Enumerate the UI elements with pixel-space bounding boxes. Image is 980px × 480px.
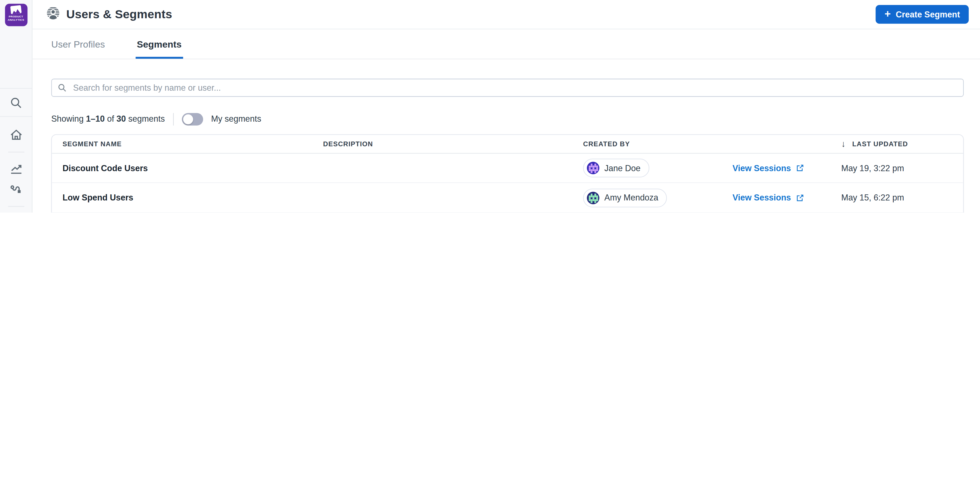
divider xyxy=(173,113,173,125)
user-journey-icon xyxy=(9,182,23,196)
segment-name: Low Spend Users xyxy=(52,193,323,203)
table-header-row: SEGMENT NAMEDESCRIPTIONCREATED BY↓LAST U… xyxy=(52,135,963,154)
main-area: Users & Segments + Create Segment User P… xyxy=(32,0,980,212)
view-sessions-link[interactable]: View Sessions xyxy=(732,193,791,203)
page-header: Users & Segments + Create Segment xyxy=(32,0,980,30)
sidebar-divider xyxy=(0,116,32,117)
sidebar-item-home[interactable] xyxy=(0,128,32,142)
column-header-label: LAST UPDATED xyxy=(852,140,908,148)
segment-name: Discount Code Users xyxy=(52,163,323,173)
my-segments-label: My segments xyxy=(211,114,261,124)
column-header-last-updated[interactable]: ↓LAST UPDATED xyxy=(836,139,963,148)
logo-dog-icon xyxy=(10,5,22,14)
column-header: CREATED BY xyxy=(579,140,733,148)
last-updated: May 15, 6:22 pm xyxy=(836,193,963,203)
search-input[interactable] xyxy=(51,79,964,97)
column-header: DESCRIPTION xyxy=(323,140,579,148)
home-icon xyxy=(9,128,23,142)
create-segment-button[interactable]: + Create Segment xyxy=(876,5,969,24)
page-title: Users & Segments xyxy=(66,8,172,22)
search-icon xyxy=(10,96,22,109)
creator-avatar xyxy=(587,162,599,174)
table-row[interactable]: Low Spend UsersAmy MendozaView SessionsM… xyxy=(52,183,963,212)
creator-name: Jane Doe xyxy=(604,163,641,173)
logo-text: PRODUCT ANALYTICS xyxy=(5,15,27,21)
segments-table: SEGMENT NAMEDESCRIPTIONCREATED BY↓LAST U… xyxy=(51,134,964,212)
table-body: Discount Code UsersJane DoeView Sessions… xyxy=(52,154,963,212)
creator-chip: Amy Mendoza xyxy=(583,189,667,208)
view-sessions-link[interactable]: View Sessions xyxy=(732,163,791,173)
tab-segments[interactable]: Segments xyxy=(137,30,181,59)
table-row[interactable]: Discount Code UsersJane DoeView Sessions… xyxy=(52,154,963,183)
tab-bar: User Profiles Segments xyxy=(32,30,980,59)
product-analytics-logo: PRODUCT ANALYTICS xyxy=(5,4,27,26)
tab-user-profiles[interactable]: User Profiles xyxy=(51,30,105,59)
toggle-knob xyxy=(183,114,193,124)
sidebar-divider xyxy=(8,152,24,152)
external-link-icon xyxy=(795,193,804,203)
users-segments-app: PRODUCT ANALYTICS Users & Segm xyxy=(0,0,980,212)
external-link-icon xyxy=(795,164,804,173)
search-bar xyxy=(51,79,964,97)
sidebar-item-search[interactable] xyxy=(0,89,32,116)
creator-name: Amy Mendoza xyxy=(604,193,658,203)
sort-descending-icon[interactable]: ↓ xyxy=(841,139,846,148)
last-updated: May 19, 3:22 pm xyxy=(836,163,963,173)
segments-content: Showing 1–10 of 30 segments My segments … xyxy=(32,59,980,212)
creator-chip: Jane Doe xyxy=(583,159,649,177)
column-header: SEGMENT NAME xyxy=(52,140,323,148)
results-summary: Showing 1–10 of 30 segments My segments xyxy=(51,113,964,125)
creator-avatar xyxy=(587,192,599,204)
plus-icon: + xyxy=(885,9,891,19)
search-icon xyxy=(57,83,67,95)
sidebar-divider xyxy=(8,206,24,206)
line-chart-icon xyxy=(9,162,23,176)
sidebar-item-line-chart[interactable] xyxy=(0,162,32,176)
segments-page-icon xyxy=(46,6,60,23)
sidebar-item-user-journey[interactable] xyxy=(0,182,32,196)
my-segments-toggle[interactable] xyxy=(182,113,203,125)
sidebar: PRODUCT ANALYTICS xyxy=(0,0,32,212)
summary-text: Showing 1–10 of 30 segments xyxy=(51,114,165,124)
create-segment-label: Create Segment xyxy=(896,10,960,19)
